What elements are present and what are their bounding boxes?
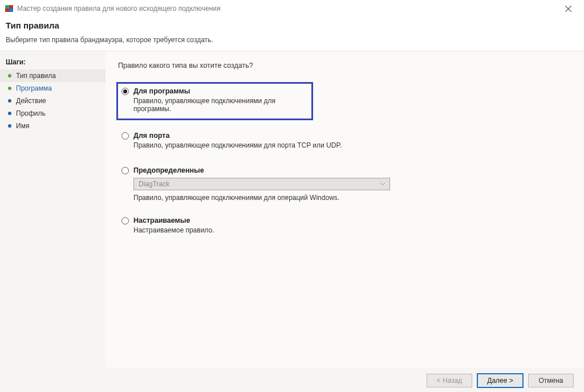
step-label: Тип правила bbox=[16, 72, 56, 80]
step-label: Действие bbox=[16, 97, 46, 105]
content-pane: Правило какого типа вы хотите создать? Д… bbox=[106, 51, 584, 368]
bullet-icon bbox=[8, 74, 11, 77]
step-label: Профиль bbox=[16, 109, 46, 117]
radio-predefined[interactable] bbox=[121, 167, 129, 174]
radio-custom[interactable] bbox=[121, 217, 129, 224]
back-button: < Назад bbox=[427, 374, 472, 387]
page-subtitle: Выберите тип правила брандмауэра, которо… bbox=[6, 36, 575, 44]
step-program[interactable]: Программа bbox=[0, 82, 106, 95]
option-desc: Правило, управляющее подключениями для п… bbox=[133, 141, 562, 149]
option-label: Для программы bbox=[133, 87, 307, 95]
footer: < Назад Далее > Отмена bbox=[0, 368, 584, 392]
svg-rect-1 bbox=[5, 5, 9, 9]
firewall-icon bbox=[5, 4, 14, 13]
option-program[interactable]: Для программы Правило, управляющее подкл… bbox=[116, 82, 313, 120]
titlebar: Мастер создания правила для нового исход… bbox=[0, 0, 584, 17]
option-label: Настраиваемые bbox=[133, 217, 562, 224]
option-desc: Правило, управляющее подключениями для о… bbox=[133, 194, 562, 202]
option-label: Предопределенные bbox=[133, 166, 562, 174]
cancel-button[interactable]: Отмена bbox=[528, 374, 574, 387]
step-label: Имя bbox=[16, 122, 29, 130]
bullet-icon bbox=[8, 124, 11, 128]
header: Тип правила Выберите тип правила брандма… bbox=[0, 17, 584, 51]
option-port[interactable]: Для порта Правило, управляющее подключен… bbox=[118, 128, 567, 153]
bullet-icon bbox=[8, 87, 11, 90]
chevron-down-icon bbox=[378, 183, 387, 186]
bullet-icon bbox=[8, 99, 11, 103]
select-value: DiagTrack bbox=[139, 180, 169, 188]
step-name[interactable]: Имя bbox=[0, 120, 106, 132]
predefined-select: DiagTrack bbox=[133, 178, 390, 190]
content-prompt: Правило какого типа вы хотите создать? bbox=[118, 62, 567, 70]
close-icon bbox=[565, 6, 571, 12]
bullet-icon bbox=[8, 112, 11, 115]
step-action[interactable]: Действие bbox=[0, 95, 106, 107]
step-rule-type[interactable]: Тип правила bbox=[0, 70, 106, 82]
option-desc: Настраиваемое правило. bbox=[133, 226, 562, 234]
svg-rect-2 bbox=[9, 9, 13, 12]
next-button[interactable]: Далее > bbox=[477, 373, 524, 388]
close-button[interactable] bbox=[557, 1, 579, 17]
radio-port[interactable] bbox=[121, 132, 129, 140]
window-title: Мастер создания правила для нового исход… bbox=[17, 5, 557, 13]
option-label: Для порта bbox=[133, 132, 562, 140]
steps-heading: Шаги: bbox=[0, 57, 106, 70]
step-label: Программа bbox=[16, 84, 52, 92]
radio-program[interactable] bbox=[121, 88, 129, 95]
option-custom[interactable]: Настраиваемые Настраиваемое правило. bbox=[118, 213, 567, 238]
option-predefined[interactable]: Предопределенные DiagTrack Правило, упра… bbox=[118, 163, 567, 205]
page-title: Тип правила bbox=[6, 21, 575, 30]
steps-sidebar: Шаги: Тип правила Программа Действие Про… bbox=[0, 51, 106, 368]
option-desc: Правило, управляющее подключениями для п… bbox=[133, 97, 307, 113]
step-profile[interactable]: Профиль bbox=[0, 107, 106, 120]
